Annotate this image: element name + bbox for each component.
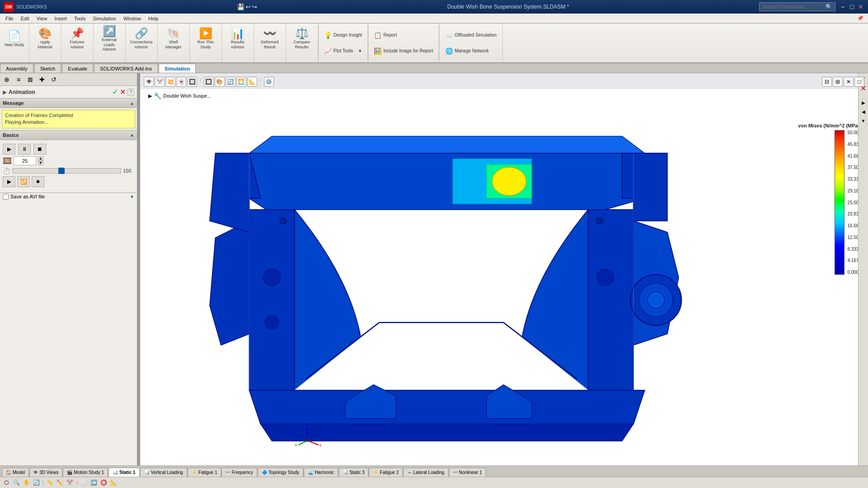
section-view-button[interactable]: ✂️ <box>155 77 165 87</box>
view-display-button[interactable]: 🔲 <box>204 77 214 87</box>
bt-annotation[interactable]: ✏️ <box>56 478 65 487</box>
btab-static3[interactable]: 📊 Static 3 <box>339 468 368 477</box>
compare-button[interactable]: ⚖️ Compare Results <box>289 25 315 52</box>
btab-frequency[interactable]: 〰 Frequency <box>222 468 257 477</box>
apply-material-button[interactable]: 🎨 Apply Material <box>32 25 58 52</box>
menu-simulation[interactable]: Simulation <box>90 15 120 22</box>
ext-loads-button[interactable]: ↗️ External Loads Advisor <box>96 25 123 52</box>
btab-harmonic[interactable]: 🌊 Harmonic <box>304 468 338 477</box>
pt-btn-4[interactable]: ✚ <box>37 75 47 84</box>
tab-assembly[interactable]: Assembly <box>0 64 33 73</box>
pin-icon[interactable]: 📌 <box>854 14 866 22</box>
btab-3dviews[interactable]: 👁 3D Views <box>29 468 62 477</box>
qa-redo[interactable]: ↪ <box>252 3 257 10</box>
offloaded-sim-button[interactable]: ☁️ Offloaded Simulation <box>443 31 500 40</box>
design-insight-button[interactable]: 💡 Design Insight <box>321 31 365 40</box>
btab-nonlinear1[interactable]: 〰 Nonlinear 1 <box>449 468 486 477</box>
menu-help[interactable]: Help <box>145 15 162 22</box>
split-v-button[interactable]: ⊞ <box>833 77 843 87</box>
plot-tools-button[interactable]: 📈 Plot Tools ▼ <box>321 47 365 56</box>
deformed-button[interactable]: 〰️ Deformed Result <box>257 25 283 52</box>
close-button[interactable]: ✕ <box>857 3 864 10</box>
animation-x-button[interactable]: ✕ <box>120 88 126 96</box>
vp-close-button[interactable]: ✕ <box>844 77 854 87</box>
view-orientation-button[interactable]: 👁️ <box>144 77 154 87</box>
frames-input[interactable]: 25 <box>14 156 36 165</box>
model-3d-view[interactable]: Z X Y <box>140 89 868 465</box>
fixtures-button[interactable]: 📌 Fixtures Advisor <box>64 25 90 52</box>
manage-network-button[interactable]: 🌐 Manage Network <box>443 47 500 56</box>
report-button[interactable]: 📋 Report <box>371 31 436 40</box>
btab-lateral[interactable]: ↔ Lateral Loading <box>403 468 448 477</box>
qa-new[interactable]: 💾 <box>237 3 245 10</box>
rp-btn-1[interactable]: ▶ <box>859 99 868 107</box>
play-button-2[interactable]: ▶ <box>3 176 15 187</box>
menu-insert[interactable]: Insert <box>51 15 71 22</box>
animation-check-button[interactable]: ✓ <box>112 88 118 96</box>
bt-select[interactable]: ⬡ <box>2 478 11 487</box>
display-style-button[interactable]: 🔲 <box>187 77 197 87</box>
scene-button[interactable]: 🌅 <box>236 77 246 87</box>
explode-button[interactable]: 💥 <box>165 77 175 87</box>
tab-evaluate[interactable]: Evaluate <box>62 64 93 73</box>
play-button[interactable]: ▶ <box>3 144 15 155</box>
pt-btn-3[interactable]: ⊠ <box>25 75 35 84</box>
window-controls[interactable]: − □ ✕ <box>839 3 864 10</box>
bt-zoom[interactable]: 🔍 <box>12 478 21 487</box>
vp-maximize-button[interactable]: □ <box>854 77 864 87</box>
connections-button[interactable]: 🔗 Connections Advisor <box>128 25 155 52</box>
btab-static1[interactable]: 📊 Static 1 <box>108 468 140 477</box>
bt-box[interactable]: ⬜ <box>80 478 89 487</box>
rp-btn-3[interactable]: ▼ <box>859 117 868 125</box>
menu-tools[interactable]: Tools <box>71 15 90 22</box>
tab-addins[interactable]: SOLIDWORKS Add-Ins <box>94 64 158 73</box>
loop-button[interactable]: 🔁 <box>17 176 30 187</box>
pt-btn-1[interactable]: ⊕ <box>2 75 12 84</box>
run-study-button[interactable]: ▶️ Run This Study <box>193 25 219 52</box>
btab-vertical[interactable]: 📊 Vertical Loading <box>140 468 187 477</box>
pause-button[interactable]: ⏸ <box>18 144 31 155</box>
tab-simulation[interactable]: Simulation <box>159 64 196 73</box>
view3d-button[interactable]: 📐 <box>247 77 257 87</box>
bt-line[interactable]: 📐 <box>109 478 118 487</box>
save-avi-checkbox[interactable] <box>3 194 9 200</box>
timeline-slider[interactable] <box>12 168 121 174</box>
bt-arrow[interactable]: ➡️ <box>90 478 99 487</box>
hide-show-button[interactable]: 👻 <box>176 77 186 87</box>
include-image-button[interactable]: 🖼️ Include Image for Report <box>371 47 436 56</box>
frames-spin-down[interactable]: ▼ <box>38 161 43 165</box>
results-button[interactable]: 📊 Results Advisor <box>225 25 251 52</box>
btab-motion1[interactable]: 🎬 Motion Study 1 <box>63 468 108 477</box>
menu-view[interactable]: View <box>33 15 51 22</box>
settings-button[interactable]: ⚙️ <box>264 77 274 87</box>
tab-sketch[interactable]: Sketch <box>34 64 61 73</box>
frames-spin-up[interactable]: ▲ <box>38 156 43 161</box>
search-input[interactable] <box>762 4 826 9</box>
rp-btn-2[interactable]: ◀ <box>859 108 868 116</box>
menu-file[interactable]: File <box>2 15 17 22</box>
rotate-button[interactable]: 🔄 <box>226 77 236 87</box>
shell-manager-button[interactable]: 🐚 Shell Manager <box>160 25 187 52</box>
minimize-button[interactable]: − <box>839 3 846 10</box>
message-section-header[interactable]: Message ▲ <box>0 98 137 108</box>
tree-item-root[interactable]: ▶ 🔧 Double Wish Suspe... <box>145 91 215 100</box>
btab-fatigue1[interactable]: ⚡ Fatigue 1 <box>188 468 222 477</box>
menu-window[interactable]: Window <box>120 15 145 22</box>
basics-section-header[interactable]: Basics ▲ <box>0 130 137 140</box>
btab-topology[interactable]: 🔷 Topology Study <box>258 468 303 477</box>
bt-section[interactable]: ✂️ <box>66 478 75 487</box>
stop-button[interactable]: ⏹ <box>33 144 46 155</box>
bt-rotate[interactable]: 🔄 <box>32 478 41 487</box>
bt-pan[interactable]: ✋ <box>22 478 31 487</box>
bt-measure[interactable]: 📏 <box>46 478 55 487</box>
qa-undo[interactable]: ↩ <box>245 3 251 10</box>
split-h-button[interactable]: ⊟ <box>822 77 832 87</box>
menu-edit[interactable]: Edit <box>17 15 33 22</box>
pt-btn-2[interactable]: ≡ <box>14 75 24 84</box>
btab-fatigue2[interactable]: ⚡ Fatigue 2 <box>369 468 403 477</box>
search-bar[interactable]: 🔍 <box>759 2 835 11</box>
pt-btn-5[interactable]: ↺ <box>49 75 59 84</box>
record-button[interactable]: ⏺ <box>32 176 44 187</box>
animation-help-button[interactable]: ? <box>127 89 134 96</box>
bt-circle[interactable]: ⭕ <box>99 478 108 487</box>
